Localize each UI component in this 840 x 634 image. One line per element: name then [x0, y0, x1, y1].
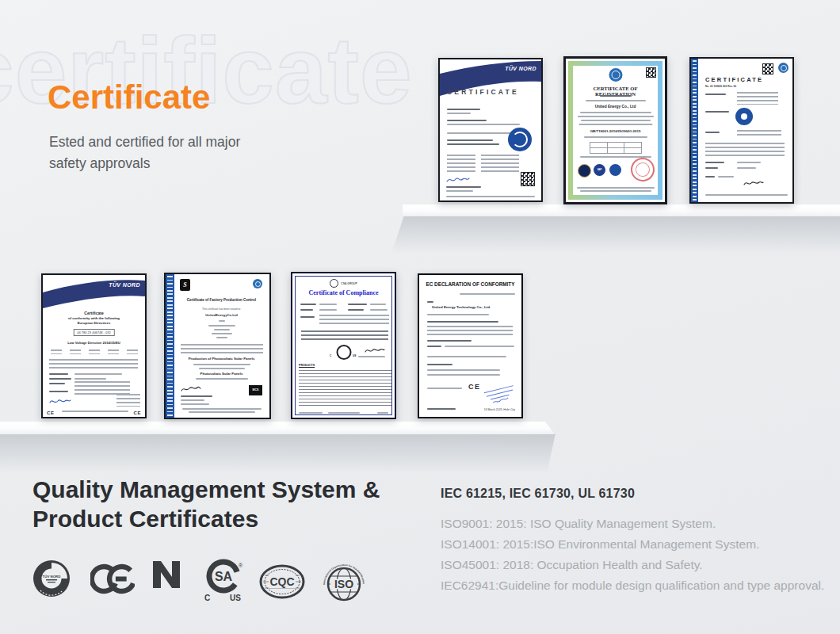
audit-table — [590, 142, 642, 154]
decorative-detail — [447, 124, 520, 125]
decorative-detail — [74, 381, 130, 388]
cert-title-line2: of conformity with the following — [43, 316, 145, 320]
decorative-detail — [427, 321, 498, 323]
decorative-detail — [181, 395, 212, 397]
standards-list-item: ISO14001: 2015:ISO Environmental Managem… — [441, 534, 824, 555]
decorative-detail — [705, 111, 729, 113]
decorative-detail — [370, 309, 388, 311]
decorative-detail — [348, 309, 364, 311]
standard-code: GB/T19001-2016/ISO9001:2015 — [573, 129, 658, 133]
decorative-detail — [62, 411, 128, 412]
decorative-detail — [181, 403, 209, 405]
cert-title: Certificate of Compliance — [292, 289, 395, 296]
certificate-factory-production-control[interactable]: S Certificate of Factory Production Cont… — [164, 273, 271, 419]
eligibility-paragraph — [301, 330, 388, 340]
decorative-detail — [189, 411, 255, 413]
decorative-detail — [299, 412, 323, 414]
decorative-detail — [51, 349, 62, 354]
decorative-detail — [578, 124, 652, 125]
signature-icon — [743, 179, 764, 187]
decorative-detail — [447, 143, 499, 145]
paragraph-block — [49, 359, 138, 370]
cert-body: S Certificate of Factory Production Cont… — [176, 274, 267, 418]
red-stamp-icon — [628, 155, 657, 184]
cert-title: CERTIFICATE — [705, 76, 763, 83]
certificate-eu-conformity[interactable]: TÜV NORD Certificate of conformity with … — [41, 273, 147, 418]
decorative-detail — [427, 356, 506, 357]
cert-title-line3: European Directives — [43, 321, 145, 325]
decorative-detail — [577, 187, 655, 189]
blue-stamp-icon — [482, 381, 519, 407]
qr-code-icon — [646, 67, 656, 78]
mcs-mark: MCS — [249, 385, 262, 395]
decorative-detail — [196, 378, 248, 380]
signature-icon — [365, 346, 385, 354]
cert-number: No. 22 109600 003 Rev. 00 — [705, 85, 736, 88]
decorative-detail — [328, 412, 360, 414]
decorative-detail — [348, 304, 367, 305]
navy-swoosh — [43, 275, 145, 311]
issue-date: 16 March 2023, Hefei City — [484, 408, 515, 411]
decorative-detail — [300, 309, 313, 311]
decorative-detail — [427, 374, 500, 376]
tuv-nord-logo-icon: TÜV NORD — [32, 560, 71, 598]
zqhx-seal-icon — [609, 68, 622, 82]
shelf-top — [403, 204, 840, 216]
decorative-detail — [208, 325, 235, 327]
decorative-detail — [89, 349, 100, 354]
decorative-detail — [377, 412, 388, 414]
decorative-detail — [48, 582, 55, 582]
decorative-detail — [319, 309, 337, 311]
standards-list-item: ISO45001: 2018: Occupation Health and Sa… — [441, 555, 824, 575]
products-label: PRODUCTS — [299, 364, 315, 367]
decorative-detail — [718, 176, 734, 178]
issued-to-label: This certificate has been issued to: — [176, 307, 267, 311]
certificate-tuv-nord-product[interactable]: TÜV NORD CERTIFICATE — [438, 58, 543, 202]
decorative-detail — [427, 314, 489, 315]
decorative-detail — [580, 190, 651, 192]
certificate-of-compliance[interactable]: CSA GROUP Certificate of Compliance CSA … — [291, 272, 396, 419]
decorative-detail — [447, 178, 469, 181]
decorative-detail — [74, 373, 122, 375]
vertical-text-stripe — [166, 274, 174, 418]
page-subtitle-line1: Ested and certified for all major — [49, 134, 240, 150]
directive-name: Low Voltage Directive 2014/35/EU — [43, 341, 145, 345]
registration-number: 44 780 23 406748 - 032 — [73, 329, 114, 336]
decorative-detail — [181, 399, 204, 401]
decorative-detail — [90, 563, 135, 594]
decorative-detail — [427, 364, 452, 365]
decorative-detail — [300, 316, 315, 318]
decorative-detail — [365, 349, 384, 352]
standards-list-item: IEC62941:Guideline for module design qua… — [441, 575, 824, 596]
ce-mark-icon — [90, 563, 135, 595]
decorative-detail — [447, 109, 480, 110]
shelf-middle-shadow — [0, 433, 561, 473]
decorative-detail — [214, 329, 230, 330]
shelf-top-shadow — [391, 216, 840, 254]
scope-title: Production of Photovoltaic Solar Panels — [176, 357, 267, 361]
certificate-ec-declaration[interactable]: EC DECLARATION OF CONFORMITY United Ener… — [418, 273, 523, 418]
certificate-of-registration[interactable]: CERTIFICATE OF REGISTRATION United Energ… — [563, 56, 667, 204]
decorative-detail — [705, 94, 726, 95]
signature-icon — [181, 384, 201, 393]
decorative-detail — [49, 391, 68, 392]
decorative-detail — [445, 346, 514, 347]
products-list-block — [299, 370, 391, 408]
decorative-detail — [216, 337, 227, 338]
issued-to-block — [319, 315, 389, 324]
decorative-detail — [219, 320, 225, 322]
ce-mark: CE — [468, 383, 481, 391]
decorative-detail — [705, 194, 788, 196]
signature-icon — [446, 175, 470, 185]
decorative-detail — [427, 388, 462, 389]
decorative-detail — [70, 349, 81, 354]
holder-block — [737, 92, 778, 105]
cert-title: CERTIFICATE — [447, 88, 519, 96]
decorative-detail — [578, 116, 654, 117]
product-block — [737, 130, 781, 138]
decorative-detail — [487, 390, 513, 396]
decorative-detail — [447, 120, 487, 121]
certificate-tuv-product[interactable]: CERTIFICATE No. 22 109600 003 Rev. 00 — [689, 57, 794, 204]
quality-heading: Quality Management System & Product Cert… — [32, 475, 380, 533]
tuv-nord-seal-icon — [508, 128, 532, 151]
